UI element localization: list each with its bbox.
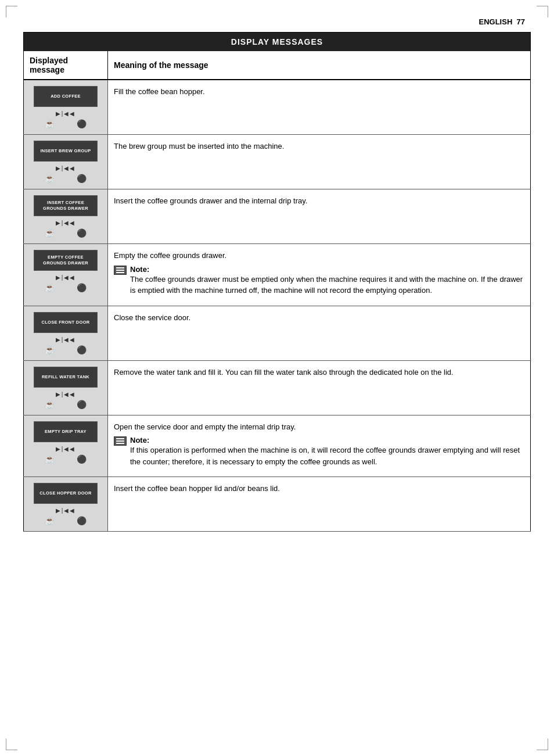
power-icon: ⚫ [77,174,87,183]
device-screen: CLOSE FRONT DOOR [34,312,98,333]
device-icons: ☕ ⚫ [34,174,98,183]
meaning-text: Insert the coffee grounds drawer and the… [114,195,524,207]
page: ENGLISH 77 DISPLAY MESSAGES Displayed me… [0,0,554,756]
note-content: Note: The coffee grounds drawer must be … [130,265,524,296]
table-row: EMPTY COFFEE GROUNDS DRAWER ▶|◀◀ ☕ ⚫ Emp… [24,244,531,306]
note-text: The coffee grounds drawer must be emptie… [130,275,523,295]
cup-icon: ☕ [45,454,55,464]
meaning-text: Fill the coffee bean hopper. [114,86,524,98]
device-screen: CLOSE HOPPER DOOR [34,483,98,504]
meaning-text: Remove the water tank and fill it. You c… [114,367,524,378]
display-cell: INSERT COFFEE GROUNDS DRAWER ▶|◀◀ ☕ ⚫ [24,189,108,244]
display-cell: REFILL WATER TANK ▶|◀◀ ☕ ⚫ [24,360,108,415]
power-icon: ⚫ [77,119,87,128]
note-content: Note: If this operation is performed whe… [130,436,524,467]
device-arrows: ▶|◀◀ [34,507,98,514]
note-icon [114,436,127,446]
device-arrows: ▶|◀◀ [34,165,98,171]
meaning-cell: Remove the water tank and fill it. You c… [108,360,531,415]
device-icons: ☕ ⚫ [34,516,98,525]
device-icons: ☕ ⚫ [34,454,98,464]
power-icon: ⚫ [77,228,87,238]
power-icon: ⚫ [77,345,87,354]
meaning-cell: Fill the coffee bean hopper. [108,80,531,135]
device-screen: EMPTY COFFEE GROUNDS DRAWER [34,250,98,271]
device-screen: REFILL WATER TANK [34,367,98,388]
meaning-text: Open the service door and empty the inte… [114,421,524,433]
device-arrows: ▶|◀◀ [34,336,98,343]
display-cell: ADD COFFEE ▶|◀◀ ☕ ⚫ [24,80,108,135]
device-arrows: ▶|◀◀ [34,274,98,281]
meaning-text: Insert the coffee bean hopper lid and/or… [114,483,524,495]
cup-icon: ☕ [45,400,55,409]
power-icon: ⚫ [77,454,87,464]
cup-icon: ☕ [45,174,55,183]
device-screen: EMPTY DRIP TRAY [34,421,98,442]
corner-mark-tl [6,6,17,17]
power-icon: ⚫ [77,516,87,525]
device-screen: ADD COFFEE [34,86,98,107]
note-label: Note: [130,436,149,445]
corner-mark-br [537,739,548,750]
corner-mark-bl [6,739,17,750]
cup-icon: ☕ [45,228,55,238]
device-icons: ☕ ⚫ [34,400,98,409]
meaning-cell: Close the service door. [108,306,531,360]
note-label: Note: [130,265,149,274]
meaning-cell: Open the service door and empty the inte… [108,415,531,477]
cup-icon: ☕ [45,516,55,525]
language-label: ENGLISH [479,17,513,26]
cup-icon: ☕ [45,283,55,292]
note-icon [114,266,127,275]
col2-header: Meaning of the message [108,51,531,80]
note-text: If this operation is performed when the … [130,446,520,466]
display-cell: EMPTY DRIP TRAY ▶|◀◀ ☕ ⚫ [24,415,108,477]
meaning-cell: Empty the coffee grounds drawer. Note: T… [108,244,531,306]
device-arrows: ▶|◀◀ [34,220,98,226]
device-arrows: ▶|◀◀ [34,110,98,117]
table-title: DISPLAY MESSAGES [24,33,531,52]
cup-icon: ☕ [45,119,55,128]
device-arrows: ▶|◀◀ [34,391,98,397]
meaning-cell: The brew group must be inserted into the… [108,135,531,189]
page-number: 77 [517,17,525,26]
device-icons: ☕ ⚫ [34,345,98,354]
device-icons: ☕ ⚫ [34,228,98,238]
page-header: ENGLISH 77 [23,17,531,26]
device-icons: ☕ ⚫ [34,283,98,292]
display-cell: INSERT BREW GROUP ▶|◀◀ ☕ ⚫ [24,135,108,189]
note-box: Note: The coffee grounds drawer must be … [114,265,524,296]
display-messages-table: DISPLAY MESSAGES Displayed message Meani… [23,32,531,532]
meaning-cell: Insert the coffee grounds drawer and the… [108,189,531,244]
table-row: INSERT COFFEE GROUNDS DRAWER ▶|◀◀ ☕ ⚫ In… [24,189,531,244]
note-box: Note: If this operation is performed whe… [114,436,524,467]
meaning-text: The brew group must be inserted into the… [114,141,524,152]
table-row: CLOSE HOPPER DOOR ▶|◀◀ ☕ ⚫ Insert the co… [24,477,531,532]
device-icons: ☕ ⚫ [34,119,98,128]
cup-icon: ☕ [45,345,55,354]
power-icon: ⚫ [77,400,87,409]
device-screen: INSERT COFFEE GROUNDS DRAWER [34,195,98,216]
table-row: EMPTY DRIP TRAY ▶|◀◀ ☕ ⚫ Open the servic… [24,415,531,477]
corner-mark-tr [537,6,548,17]
col1-header: Displayed message [24,51,108,80]
meaning-text: Close the service door. [114,312,524,324]
display-cell: CLOSE FRONT DOOR ▶|◀◀ ☕ ⚫ [24,306,108,360]
table-row: ADD COFFEE ▶|◀◀ ☕ ⚫ Fill the coffee bean… [24,80,531,135]
meaning-text: Empty the coffee grounds drawer. [114,250,524,261]
device-arrows: ▶|◀◀ [34,446,98,452]
table-row: CLOSE FRONT DOOR ▶|◀◀ ☕ ⚫ Close the serv… [24,306,531,360]
table-row: INSERT BREW GROUP ▶|◀◀ ☕ ⚫ The brew grou… [24,135,531,189]
table-row: REFILL WATER TANK ▶|◀◀ ☕ ⚫ Remove the wa… [24,360,531,415]
display-cell: CLOSE HOPPER DOOR ▶|◀◀ ☕ ⚫ [24,477,108,532]
device-screen: INSERT BREW GROUP [34,141,98,162]
power-icon: ⚫ [77,283,87,292]
display-cell: EMPTY COFFEE GROUNDS DRAWER ▶|◀◀ ☕ ⚫ [24,244,108,306]
meaning-cell: Insert the coffee bean hopper lid and/or… [108,477,531,532]
